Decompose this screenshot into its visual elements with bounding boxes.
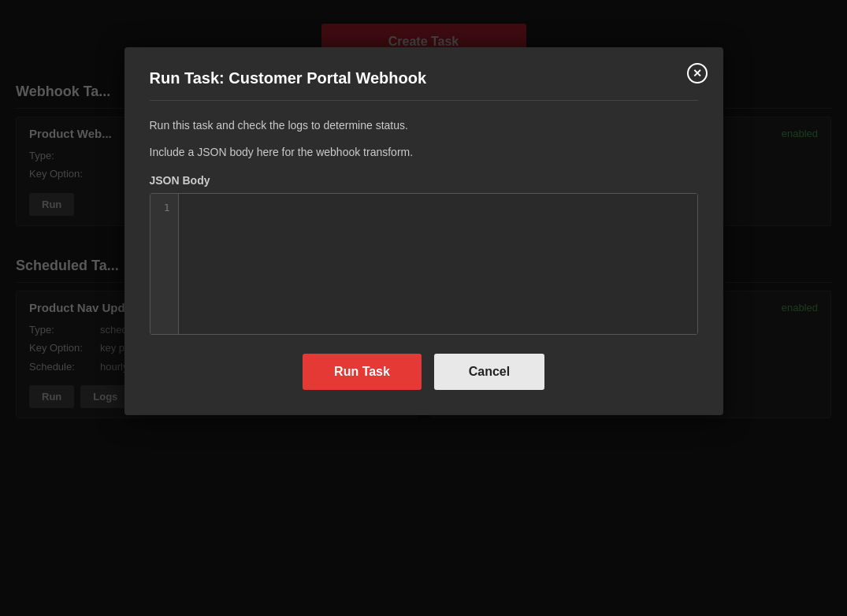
- line-numbers: 1: [150, 194, 179, 334]
- modal-title: Run Task: Customer Portal Webhook: [150, 69, 698, 101]
- json-textarea[interactable]: [179, 194, 697, 334]
- modal-actions: Run Task Cancel: [150, 354, 698, 390]
- cancel-button[interactable]: Cancel: [434, 354, 544, 390]
- json-editor: 1: [150, 193, 698, 335]
- run-task-button[interactable]: Run Task: [303, 354, 422, 390]
- json-body-label: JSON Body: [150, 174, 698, 187]
- line-number-1: 1: [158, 200, 170, 217]
- modal-body: Run this task and check the logs to dete…: [150, 117, 698, 390]
- modal-close-button[interactable]: ✕: [687, 63, 708, 83]
- run-task-modal: Run Task: Customer Portal Webhook ✕ Run …: [124, 47, 723, 415]
- modal-description-2: Include a JSON body here for the webhook…: [150, 143, 698, 161]
- modal-description-1: Run this task and check the logs to dete…: [150, 117, 698, 134]
- modal-overlay: Run Task: Customer Portal Webhook ✕ Run …: [0, 0, 847, 616]
